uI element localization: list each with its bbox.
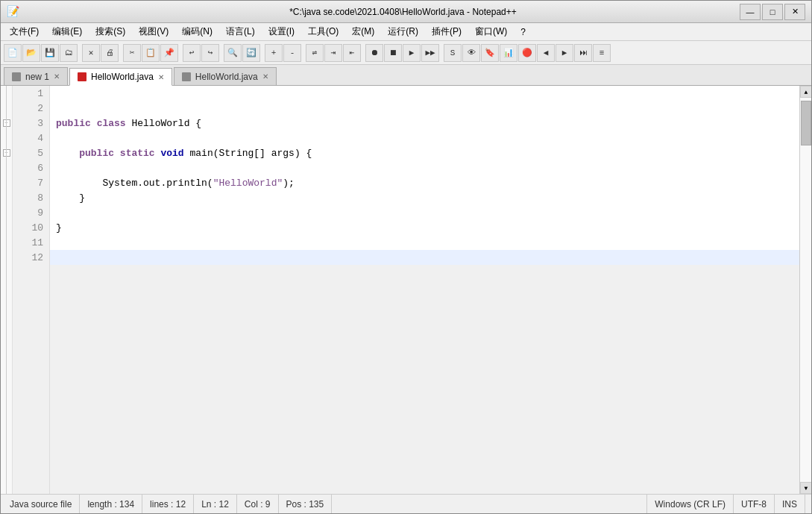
scroll-down-arrow[interactable]: ▼: [800, 482, 811, 494]
status-pos: Pos : 135: [279, 495, 333, 513]
tab-new1[interactable]: new 1 ✕: [4, 67, 68, 85]
tb-copy[interactable]: 📋: [142, 44, 160, 62]
tb-undo[interactable]: ↩: [183, 44, 201, 62]
tb-extra4[interactable]: ▶: [556, 44, 573, 62]
code-area[interactable]: public class HelloWorld { public static …: [50, 86, 799, 494]
menu-search[interactable]: 搜索(S): [89, 24, 131, 40]
window-title: *C:\java se.code\2021.0408\HelloWorld.ja…: [66, 7, 740, 17]
tb-zoomout[interactable]: -: [283, 44, 301, 62]
tb-saveall[interactable]: 🗂: [60, 44, 78, 62]
menu-encoding[interactable]: 编码(N): [176, 24, 218, 40]
menu-language[interactable]: 语言(L): [220, 24, 261, 40]
tb-macro-stop[interactable]: ⏹: [384, 44, 402, 62]
linenum-10: 10: [13, 220, 49, 235]
code-line-6: [50, 160, 799, 175]
status-col: Col : 9: [237, 495, 279, 513]
tab-new1-icon: [12, 72, 21, 81]
menu-settings[interactable]: 设置(I): [262, 24, 300, 40]
tab-helloworld2[interactable]: HelloWorld.java ✕: [174, 67, 277, 85]
tb-indent[interactable]: ⇥: [324, 44, 342, 62]
menu-run[interactable]: 运行(R): [382, 24, 424, 40]
scroll-up-arrow[interactable]: ▲: [800, 86, 811, 98]
tb-extra1[interactable]: 📊: [500, 44, 517, 62]
tab-bar: new 1 ✕ HelloWorld.java ✕ HelloWorld.jav…: [1, 65, 811, 86]
menu-bar: 文件(F) 编辑(E) 搜索(S) 视图(V) 编码(N) 语言(L) 设置(I…: [1, 23, 811, 41]
tb-bookmark[interactable]: 🔖: [481, 44, 499, 62]
tb-extra2[interactable]: 🔴: [518, 44, 536, 62]
linenum-7: 7: [13, 175, 49, 190]
tb-run[interactable]: ▶▶: [421, 44, 439, 62]
code-line-3: public class HelloWorld {: [50, 116, 799, 131]
status-encoding: UTF-8: [734, 495, 775, 513]
kw-class: class: [97, 118, 126, 129]
menu-plugins[interactable]: 插件(P): [426, 24, 468, 40]
linenum-4: 4: [13, 131, 49, 145]
linenum-8: 8: [13, 190, 49, 205]
tb-cut[interactable]: ✂: [123, 44, 141, 62]
line-numbers: 1 2 3 4 5 6 7 8 9 10 11 12: [13, 86, 50, 494]
minimize-button[interactable]: —: [740, 4, 761, 20]
tab-helloworld1-icon: [78, 72, 86, 81]
title-bar: 📝 *C:\java se.code\2021.0408\HelloWorld.…: [1, 1, 811, 23]
tb-macro-rec[interactable]: ⏺: [365, 44, 383, 62]
menu-tools[interactable]: 工具(O): [302, 24, 344, 40]
status-ln: Ln : 12: [194, 495, 237, 513]
tab-helloworld1[interactable]: HelloWorld.java ✕: [69, 68, 172, 86]
status-lines: lines : 12: [142, 495, 194, 513]
maximize-button[interactable]: □: [762, 4, 783, 20]
tb-close[interactable]: ✕: [82, 44, 100, 62]
code-line-1: [50, 86, 799, 101]
tb-preview[interactable]: 👁: [462, 44, 480, 62]
code-line-5: public static void main(String[] args) {: [50, 145, 799, 160]
tb-zoomin[interactable]: +: [265, 44, 283, 62]
tb-open[interactable]: 📂: [22, 44, 40, 62]
tab-helloworld2-close[interactable]: ✕: [262, 72, 268, 81]
code-line-8: }: [50, 190, 799, 205]
tb-find[interactable]: 🔍: [224, 44, 242, 62]
tab-new1-label: new 1: [25, 72, 49, 82]
tb-extra6[interactable]: ≡: [593, 44, 611, 62]
tab-helloworld1-label: HelloWorld.java: [91, 72, 154, 82]
menu-view[interactable]: 视图(V): [133, 24, 174, 40]
linenum-6: 6: [13, 160, 49, 175]
tb-unindent[interactable]: ⇤: [343, 44, 361, 62]
code-line-7: System.out.println("HelloWorld");: [50, 175, 799, 190]
editor-wrapper: − − 1 2 3: [1, 86, 811, 494]
tb-extra3[interactable]: ◀: [537, 44, 555, 62]
code-line-10: }: [50, 220, 799, 235]
tb-print[interactable]: 🖨: [101, 44, 119, 62]
toolbar: 📄 📂 💾 🗂 ✕ 🖨 ✂ 📋 📌 ↩ ↪ 🔍 🔄 + - ⇌ ⇥ ⇤ ⏺ ⏹ …: [1, 41, 811, 65]
menu-edit[interactable]: 编辑(E): [46, 24, 88, 40]
scroll-track[interactable]: [800, 98, 811, 482]
linenum-2: 2: [13, 101, 49, 116]
tb-new[interactable]: 📄: [4, 44, 22, 62]
tb-paste[interactable]: 📌: [160, 44, 178, 62]
tab-helloworld2-icon: [182, 72, 191, 81]
kw-public-3: public: [56, 118, 91, 129]
tb-redo[interactable]: ↪: [201, 44, 219, 62]
code-line-9: [50, 205, 799, 220]
tb-macro-play[interactable]: ▶: [403, 44, 421, 62]
menu-macro[interactable]: 宏(M): [346, 24, 380, 40]
linenum-1: 1: [13, 86, 49, 101]
tb-replace[interactable]: 🔄: [242, 44, 260, 62]
code-line-4: [50, 131, 799, 145]
menu-file[interactable]: 文件(F): [4, 24, 45, 40]
status-filetype: Java source file: [7, 495, 80, 513]
tb-syntax[interactable]: S: [444, 44, 462, 62]
tab-helloworld1-close[interactable]: ✕: [158, 73, 164, 81]
status-length: length : 134: [80, 495, 142, 513]
tab-helloworld2-label: HelloWorld.java: [195, 72, 258, 82]
tab-new1-close[interactable]: ✕: [54, 72, 60, 81]
tb-extra5[interactable]: ⏭: [574, 44, 592, 62]
menu-help[interactable]: ?: [514, 25, 532, 39]
tb-save[interactable]: 💾: [41, 44, 59, 62]
vertical-scrollbar[interactable]: ▲ ▼: [799, 86, 811, 494]
scroll-thumb[interactable]: [801, 101, 811, 145]
fold-area: − −: [1, 86, 13, 494]
kw-void: void: [160, 148, 183, 159]
menu-window[interactable]: 窗口(W): [469, 24, 513, 40]
tb-wordwrap[interactable]: ⇌: [306, 44, 324, 62]
close-button[interactable]: ✕: [784, 4, 805, 20]
str-helloworld: "HelloWorld": [213, 178, 283, 189]
